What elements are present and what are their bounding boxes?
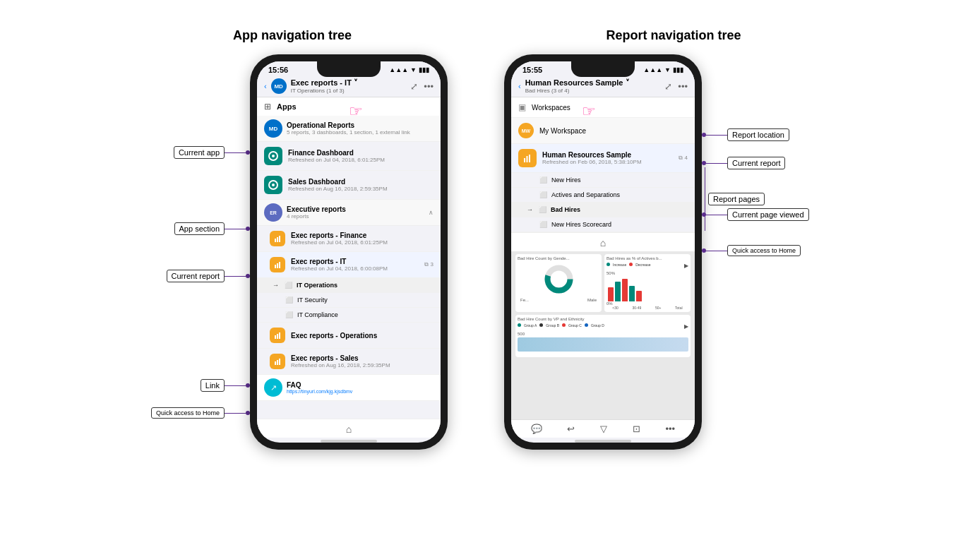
my-workspace-avatar: MW bbox=[518, 123, 534, 138]
donut-container bbox=[518, 263, 599, 295]
exec-finance-title: Exec reports - Finance bbox=[291, 232, 434, 239]
page-icon-1: ⬜ bbox=[285, 282, 292, 289]
left-title: App navigation tree bbox=[233, 28, 352, 43]
exec-finance-subtitle: Refreshed on Jul 04, 2018, 6:01:25PM bbox=[291, 239, 434, 246]
more-icon[interactable]: ••• bbox=[424, 81, 434, 92]
left-nav-title: Exec reports - IT ˅ bbox=[291, 78, 407, 88]
left-nav-bar[interactable]: ‹ MD Exec reports - IT ˅ IT Operations (… bbox=[257, 76, 441, 97]
it-operations-page[interactable]: → ⬜ IT Operations bbox=[257, 278, 441, 293]
it-security-label: IT Security bbox=[297, 296, 328, 304]
sales-title: Sales Dashboard bbox=[288, 178, 434, 186]
left-diagram: App navigation tree Current app App sect… bbox=[137, 28, 448, 450]
ann-label-app-section: App section bbox=[174, 222, 225, 235]
right-nav-title: Human Resources Sample ˅ bbox=[525, 78, 661, 88]
undo-icon[interactable]: ↩ bbox=[567, 424, 575, 434]
finance-subtitle: Refreshed on Jul 04, 2018, 6:01:25PM bbox=[288, 157, 434, 163]
svg-rect-5 bbox=[277, 237, 278, 242]
workspaces-item[interactable]: ▣ Workspaces bbox=[511, 97, 695, 118]
increase-legend-dot bbox=[606, 263, 610, 266]
right-phone-notch bbox=[571, 61, 635, 77]
actives-sep-page[interactable]: ⬜ Actives and Separations bbox=[511, 188, 695, 203]
right-nav-back[interactable]: ‹ bbox=[518, 82, 521, 90]
left-nav-avatar: MD bbox=[271, 78, 287, 94]
right-expand-icon[interactable]: ⤢ bbox=[664, 81, 672, 92]
row2-chart-title: Bad Hire Count by VP and Ethnicity bbox=[518, 317, 688, 321]
right-bottom-toolbar[interactable]: 💬 ↩ ▽ ⊡ ••• bbox=[511, 419, 695, 438]
group-b-dot bbox=[539, 323, 543, 327]
hr-sample-report[interactable]: Human Resources Sample Refreshed on Feb … bbox=[511, 144, 695, 173]
page-icon-nh: ⬜ bbox=[539, 176, 547, 184]
chat-icon[interactable]: 💬 bbox=[531, 424, 542, 434]
left-scroll-content[interactable]: ⊞ Apps MD Operational Reports 5 reports,… bbox=[257, 97, 441, 419]
svg-rect-6 bbox=[279, 236, 280, 242]
annotation-app-section: App section bbox=[174, 222, 250, 235]
nh-scorecard-page[interactable]: ⬜ New Hires Scorecard bbox=[511, 217, 695, 232]
workspaces-label: Workspaces bbox=[532, 104, 570, 112]
svg-rect-9 bbox=[279, 262, 280, 268]
layout-icon[interactable]: ⊡ bbox=[633, 424, 640, 434]
more-toolbar-icon[interactable]: ••• bbox=[665, 424, 675, 434]
left-nav-back[interactable]: ‹ bbox=[264, 82, 267, 90]
ann-label-current-report-left: Current report bbox=[167, 270, 225, 282]
annotation-home-right: Quick access to Home bbox=[702, 245, 801, 256]
new-hires-label: New Hires bbox=[551, 176, 581, 184]
left-home-bar[interactable]: ⌂ bbox=[257, 419, 441, 438]
exec-reports-subtitle: 4 reports bbox=[287, 213, 424, 220]
right-more-icon[interactable]: ••• bbox=[678, 81, 688, 92]
bad-hires-page[interactable]: → ⬜ Bad Hires bbox=[511, 203, 695, 217]
exec-chevron-icon[interactable]: ∧ bbox=[429, 209, 434, 216]
annotation-report-location: Report location bbox=[702, 128, 789, 141]
exec-ops-title: Exec reports - Operations bbox=[291, 332, 434, 340]
exec-it-title: Exec reports - IT bbox=[291, 258, 419, 265]
sales-dashboard-item[interactable]: Sales Dashboard Refreshed on Aug 16, 201… bbox=[257, 171, 441, 200]
current-arrow-icon: → bbox=[273, 282, 279, 289]
exec-ops-item[interactable]: Exec reports - Operations bbox=[257, 323, 441, 349]
exec-reports-section[interactable]: ER Executive reports 4 reports ∧ bbox=[257, 200, 441, 226]
faq-title: FAQ bbox=[287, 381, 352, 389]
right-status-icons: ▲▲▲ ▼ ▮▮▮ bbox=[643, 66, 683, 73]
left-phone-shell: 15:56 Safari ▲▲▲ ▼ ▮▮▮ ‹ bbox=[250, 54, 448, 450]
exec-it-item[interactable]: Exec reports - IT Refreshed on Jul 04, 2… bbox=[257, 252, 441, 278]
group-a-dot bbox=[518, 323, 521, 327]
it-compliance-page[interactable]: ⬜ IT Compliance bbox=[257, 308, 441, 323]
right-phone-shell: 15:55 Safari ▲▲▲ ▼ ▮▮▮ ‹ bbox=[504, 54, 702, 450]
svg-rect-8 bbox=[277, 263, 278, 268]
right-diagram: Report navigation tree 15:55 Safari ▲▲▲ … bbox=[504, 28, 843, 450]
nh-scorecard-label: New Hires Scorecard bbox=[551, 221, 611, 228]
right-title: Report navigation tree bbox=[606, 28, 741, 43]
exec-finance-item[interactable]: Exec reports - Finance Refreshed on Jul … bbox=[257, 226, 441, 252]
annotation-home-left: Quick access to Home bbox=[151, 407, 250, 419]
left-home-icon[interactable]: ⌂ bbox=[346, 424, 352, 435]
donut-label-male: Male bbox=[587, 298, 597, 302]
new-hires-page[interactable]: ⬜ New Hires bbox=[511, 173, 695, 188]
right-home-bar[interactable]: ⌂ bbox=[511, 232, 695, 251]
right-home-icon[interactable]: ⌂ bbox=[600, 237, 606, 248]
current-page-arrow-icon: → bbox=[527, 206, 533, 213]
apps-header-item: ⊞ Apps bbox=[257, 97, 441, 116]
faq-link-item[interactable]: ↗ FAQ https://tinyurl.com/kjg.kjsdbmv bbox=[257, 375, 441, 401]
donut-title: Bad Hire Count by Gende... bbox=[518, 256, 599, 260]
annotation-current-report-left: Current report bbox=[167, 270, 250, 282]
sales-icon bbox=[264, 176, 282, 194]
group-b-label: Group B bbox=[546, 323, 559, 330]
faq-url[interactable]: https://tinyurl.com/kjg.kjsdbmv bbox=[287, 389, 352, 394]
bar-x-labels: <30 30-49 50+ Total bbox=[606, 306, 688, 310]
svg-rect-11 bbox=[277, 334, 278, 339]
my-workspace-item[interactable]: MW My Workspace bbox=[511, 118, 695, 144]
expand-icon[interactable]: ⤢ bbox=[410, 81, 418, 92]
right-nav-bar[interactable]: ‹ Human Resources Sample ˅ Bad Hires (3 … bbox=[511, 76, 695, 97]
exec-it-badge: ⧉ 3 bbox=[424, 261, 434, 268]
left-nav-subtitle: IT Operations (1 of 3) bbox=[291, 88, 407, 94]
exec-reports-title: Executive reports bbox=[287, 205, 424, 213]
increase-legend-label: Increase bbox=[613, 263, 626, 269]
operational-reports-header[interactable]: MD Operational Reports 5 reports, 3 dash… bbox=[257, 116, 441, 142]
annotation-current-app: Current app bbox=[174, 146, 250, 159]
exec-finance-icon bbox=[270, 231, 285, 246]
group-a-label: Group A bbox=[524, 323, 537, 330]
filter-icon[interactable]: ▽ bbox=[600, 424, 607, 434]
it-security-page[interactable]: ⬜ IT Security bbox=[257, 293, 441, 308]
svg-point-1 bbox=[272, 155, 275, 157]
ann-label-report-location: Report location bbox=[727, 128, 789, 141]
exec-sales-item[interactable]: Exec reports - Sales Refreshed on Aug 16… bbox=[257, 349, 441, 375]
finance-dashboard-item[interactable]: Finance Dashboard Refreshed on Jul 04, 2… bbox=[257, 142, 441, 171]
